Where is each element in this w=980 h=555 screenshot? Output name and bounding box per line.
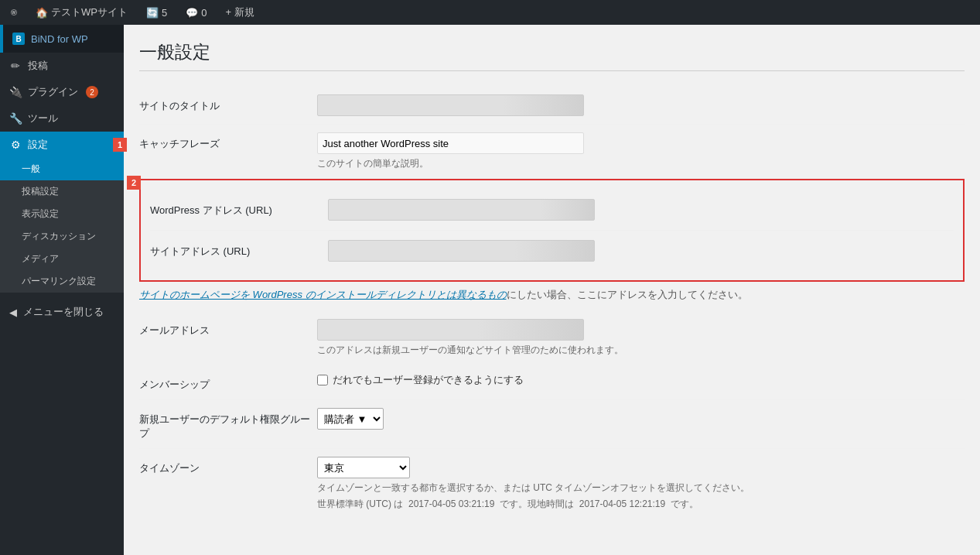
close-menu-icon: ◀ <box>9 307 17 318</box>
input-email[interactable] <box>317 319 584 341</box>
timezone-desc: タイムゾーンと一致する都市を選択するか、または UTC タイムゾーンオフセットを… <box>317 481 965 495</box>
brand-label: BiND for WP <box>31 33 88 45</box>
field-tagline: キャッチフレーズ このサイトの簡単な説明。 <box>139 125 965 179</box>
plugins-icon: 🔌 <box>9 86 22 98</box>
url-highlight-box: WordPress アドレス (URL) サイトアドレス (URL) <box>139 179 965 282</box>
svg-text:W: W <box>12 11 16 15</box>
home-icon: 🏠 <box>36 7 48 19</box>
wp-logo[interactable]: W <box>6 5 22 20</box>
field-email: メールアドレス このアドレスは新規ユーザーの通知などサイト管理のために使われます… <box>139 311 965 365</box>
select-default-role[interactable]: 購読者 ▼ <box>317 408 384 430</box>
membership-checkbox[interactable] <box>317 375 328 385</box>
adminbar-updates[interactable]: 🔄 5 <box>142 0 172 25</box>
control-tagline: このサイトの簡単な説明。 <box>317 132 965 170</box>
sidebar-item-plugins[interactable]: 🔌 プラグイン 2 <box>0 79 124 105</box>
control-default-role: 購読者 ▼ <box>317 408 965 430</box>
sidebar-brand[interactable]: B BiND for WP <box>0 25 124 53</box>
annotation-1: 1 <box>113 138 127 152</box>
label-site-address: サイトアドレス (URL) <box>150 240 328 259</box>
email-desc: このアドレスは新規ユーザーの通知などサイト管理のために使われます。 <box>317 344 965 357</box>
title-divider <box>139 70 965 71</box>
sidebar-item-tools[interactable]: 🔧 ツール <box>0 105 124 132</box>
label-site-title: サイトのタイトル <box>139 94 317 113</box>
sidebar-item-settings[interactable]: ⚙ 設定 1 <box>0 132 124 158</box>
sidebar-item-posts[interactable]: ✏ 投稿 <box>0 53 124 79</box>
adminbar-new[interactable]: + 新規 <box>220 0 258 25</box>
settings-submenu: 一般 投稿設定 表示設定 ディスカッション メディア パーマリンク設定 <box>0 158 124 293</box>
field-timezone: タイムゾーン 東京 タイムゾーンと一致する都市を選択するか、または UTC タイ… <box>139 449 965 519</box>
select-timezone[interactable]: 東京 <box>317 457 410 478</box>
submenu-general[interactable]: 一般 <box>0 158 124 180</box>
sidebar-close-menu[interactable]: ◀ メニューを閉じる <box>0 299 124 325</box>
tagline-desc: このサイトの簡単な説明。 <box>317 157 965 170</box>
control-site-address <box>328 240 954 262</box>
page-title: 一般設定 <box>139 40 965 64</box>
membership-checkbox-label: だれでもユーザー登録ができるようにする <box>333 373 524 387</box>
utc-time-info: 世界標準時 (UTC) は 2017-04-05 03:21:19 です。現地時… <box>317 498 965 511</box>
brand-icon: B <box>12 33 25 45</box>
site-address-desc: サイトのホームページを WordPress のインストールディレクトリとは異なる… <box>139 285 965 311</box>
label-membership: メンバーシップ <box>139 373 317 392</box>
field-site-title: サイトのタイトル <box>139 87 965 125</box>
label-timezone: タイムゾーン <box>139 457 317 475</box>
field-wp-address: WordPress アドレス (URL) <box>150 191 954 231</box>
submenu-permalink[interactable]: パーマリンク設定 <box>0 270 124 293</box>
control-wp-address <box>328 199 954 221</box>
label-tagline: キャッチフレーズ <box>139 132 317 151</box>
input-wp-address[interactable] <box>328 199 595 221</box>
site-address-link[interactable]: サイトのホームページを WordPress のインストールディレクトリとは異なる… <box>139 289 507 300</box>
submenu-discussion[interactable]: ディスカッション <box>0 225 124 248</box>
highlighted-section: 2 WordPress アドレス (URL) サイトアドレス (URL) <box>139 179 965 282</box>
input-site-address[interactable] <box>328 240 595 262</box>
input-site-title[interactable] <box>317 94 584 116</box>
sidebar: B BiND for WP ✏ 投稿 🔌 プラグイン 2 🔧 ツール ⚙ 設定 … <box>0 25 124 555</box>
plugins-badge: 2 <box>86 86 98 98</box>
field-membership: メンバーシップ だれでもユーザー登録ができるようにする <box>139 365 965 400</box>
main-content: 一般設定 サイトのタイトル キャッチフレーズ このサイトの簡単な説明。 2 Wo… <box>124 25 980 555</box>
updates-icon: 🔄 <box>146 7 159 19</box>
annotation-2: 2 <box>127 176 141 190</box>
label-email: メールアドレス <box>139 319 317 337</box>
label-wp-address: WordPress アドレス (URL) <box>150 199 328 218</box>
control-timezone: 東京 タイムゾーンと一致する都市を選択するか、または UTC タイムゾーンオフセ… <box>317 457 965 511</box>
submenu-writing[interactable]: 投稿設定 <box>0 180 124 203</box>
control-site-title <box>317 94 965 116</box>
tools-icon: 🔧 <box>9 112 22 125</box>
submenu-reading[interactable]: 表示設定 <box>0 203 124 225</box>
control-email: このアドレスは新規ユーザーの通知などサイト管理のために使われます。 <box>317 319 965 357</box>
comments-icon: 💬 <box>186 7 198 19</box>
field-default-role: 新規ユーザーのデフォルト権限グループ 購読者 ▼ <box>139 400 965 449</box>
input-tagline[interactable] <box>317 132 584 154</box>
posts-icon: ✏ <box>9 60 22 72</box>
label-default-role: 新規ユーザーのデフォルト権限グループ <box>139 408 317 440</box>
settings-icon: ⚙ <box>9 139 22 151</box>
adminbar-home[interactable]: 🏠 テストWPサイト <box>31 0 132 25</box>
field-site-address: サイトアドレス (URL) <box>150 240 954 269</box>
control-membership: だれでもユーザー登録ができるようにする <box>317 373 965 387</box>
submenu-media[interactable]: メディア <box>0 248 124 270</box>
adminbar-comments[interactable]: 💬 0 <box>181 0 211 25</box>
membership-checkbox-row: だれでもユーザー登録ができるようにする <box>317 373 965 387</box>
admin-bar: W 🏠 テストWPサイト 🔄 5 💬 0 + 新規 <box>0 0 980 25</box>
